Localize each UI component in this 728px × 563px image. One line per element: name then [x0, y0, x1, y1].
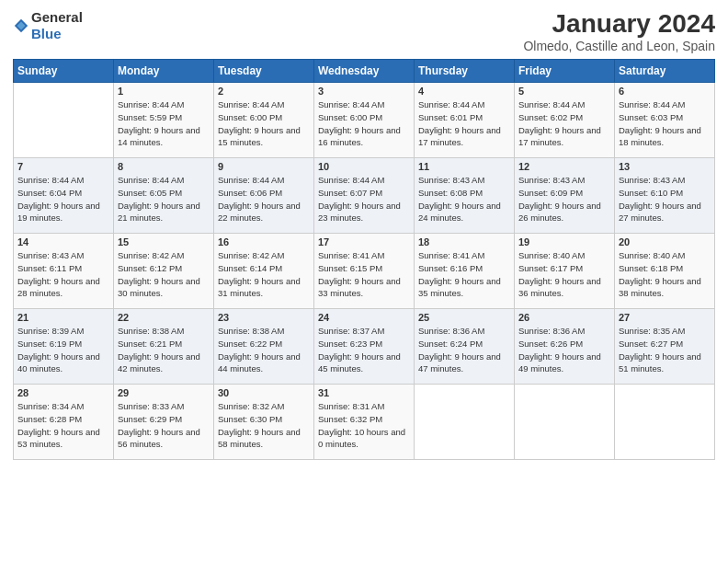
day-number: 25 — [418, 312, 510, 323]
day-info: Sunrise: 8:31 AM Sunset: 6:32 PM Dayligh… — [318, 400, 410, 451]
header-thursday: Thursday — [415, 60, 515, 83]
calendar-cell: 3 Sunrise: 8:44 AM Sunset: 6:00 PM Dayli… — [314, 83, 415, 158]
sunset-text: Sunset: 6:01 PM — [418, 112, 483, 122]
sunset-text: Sunset: 6:29 PM — [118, 414, 182, 424]
day-info: Sunrise: 8:40 AM Sunset: 6:17 PM Dayligh… — [518, 249, 610, 300]
daylight-text: Daylight: 9 hours and 17 minutes. — [518, 125, 601, 148]
calendar-cell: 7 Sunrise: 8:44 AM Sunset: 6:04 PM Dayli… — [14, 158, 114, 234]
calendar-cell: 16 Sunrise: 8:42 AM Sunset: 6:14 PM Dayl… — [214, 234, 314, 309]
sunrise-text: Sunrise: 8:43 AM — [518, 175, 585, 185]
day-number: 30 — [218, 387, 310, 398]
header-wednesday: Wednesday — [314, 60, 415, 83]
sunrise-text: Sunrise: 8:43 AM — [418, 175, 484, 185]
sunset-text: Sunset: 6:02 PM — [518, 112, 583, 122]
day-info: Sunrise: 8:32 AM Sunset: 6:30 PM Dayligh… — [218, 400, 310, 451]
daylight-text: Daylight: 9 hours and 40 minutes. — [17, 351, 100, 374]
calendar-week-2: 14 Sunrise: 8:43 AM Sunset: 6:11 PM Dayl… — [14, 234, 715, 309]
day-info: Sunrise: 8:41 AM Sunset: 6:15 PM Dayligh… — [318, 249, 410, 300]
day-number: 6 — [619, 86, 711, 97]
day-number: 29 — [118, 387, 210, 398]
day-number: 19 — [518, 236, 610, 247]
sunrise-text: Sunrise: 8:44 AM — [218, 99, 284, 109]
day-number: 18 — [418, 236, 510, 247]
calendar-cell — [14, 83, 114, 158]
sunrise-text: Sunrise: 8:44 AM — [118, 175, 184, 185]
day-number: 5 — [518, 86, 610, 97]
daylight-text: Daylight: 9 hours and 49 minutes. — [518, 351, 601, 374]
day-info: Sunrise: 8:33 AM Sunset: 6:29 PM Dayligh… — [118, 400, 210, 451]
sunset-text: Sunset: 6:07 PM — [318, 188, 382, 198]
sunset-text: Sunset: 6:14 PM — [218, 263, 282, 273]
calendar-cell: 10 Sunrise: 8:44 AM Sunset: 6:07 PM Dayl… — [314, 158, 415, 234]
calendar-cell: 30 Sunrise: 8:32 AM Sunset: 6:30 PM Dayl… — [214, 385, 314, 460]
header-tuesday: Tuesday — [214, 60, 314, 83]
sunrise-text: Sunrise: 8:44 AM — [17, 175, 84, 185]
calendar-cell: 19 Sunrise: 8:40 AM Sunset: 6:17 PM Dayl… — [515, 234, 615, 309]
sunrise-text: Sunrise: 8:40 AM — [518, 250, 585, 260]
day-info: Sunrise: 8:43 AM Sunset: 6:11 PM Dayligh… — [17, 249, 109, 300]
day-number: 17 — [318, 236, 410, 247]
daylight-text: Daylight: 9 hours and 18 minutes. — [619, 125, 701, 148]
calendar-cell: 15 Sunrise: 8:42 AM Sunset: 6:12 PM Dayl… — [114, 234, 214, 309]
daylight-text: Daylight: 9 hours and 38 minutes. — [619, 276, 701, 299]
sunset-text: Sunset: 6:06 PM — [218, 188, 282, 198]
daylight-text: Daylight: 9 hours and 44 minutes. — [218, 351, 301, 374]
day-info: Sunrise: 8:44 AM Sunset: 6:05 PM Dayligh… — [118, 174, 210, 224]
sunset-text: Sunset: 6:05 PM — [118, 188, 182, 198]
daylight-text: Daylight: 9 hours and 27 minutes. — [619, 201, 701, 224]
day-number: 23 — [218, 312, 310, 323]
calendar-cell: 5 Sunrise: 8:44 AM Sunset: 6:02 PM Dayli… — [515, 83, 615, 158]
sunset-text: Sunset: 6:30 PM — [218, 414, 282, 424]
sunset-text: Sunset: 6:03 PM — [619, 112, 683, 122]
calendar-cell: 4 Sunrise: 8:44 AM Sunset: 6:01 PM Dayli… — [415, 83, 515, 158]
calendar-cell: 27 Sunrise: 8:35 AM Sunset: 6:27 PM Dayl… — [615, 309, 715, 385]
day-number: 9 — [218, 161, 310, 172]
calendar-cell — [515, 385, 615, 460]
sunset-text: Sunset: 6:24 PM — [418, 339, 483, 349]
sunset-text: Sunset: 6:09 PM — [518, 188, 583, 198]
day-info: Sunrise: 8:40 AM Sunset: 6:18 PM Dayligh… — [619, 249, 711, 300]
calendar-cell: 28 Sunrise: 8:34 AM Sunset: 6:28 PM Dayl… — [14, 385, 114, 460]
sunset-text: Sunset: 6:27 PM — [619, 339, 683, 349]
sunrise-text: Sunrise: 8:41 AM — [318, 250, 384, 260]
header: General Blue January 2024 Olmedo, Castil… — [13, 9, 715, 53]
sunset-text: Sunset: 6:12 PM — [118, 263, 182, 273]
sunrise-text: Sunrise: 8:36 AM — [418, 326, 484, 336]
calendar-cell: 20 Sunrise: 8:40 AM Sunset: 6:18 PM Dayl… — [615, 234, 715, 309]
calendar-cell: 13 Sunrise: 8:43 AM Sunset: 6:10 PM Dayl… — [615, 158, 715, 234]
logo-icon — [13, 17, 29, 34]
header-monday: Monday — [114, 60, 214, 83]
day-info: Sunrise: 8:44 AM Sunset: 6:04 PM Dayligh… — [17, 174, 109, 224]
daylight-text: Daylight: 9 hours and 42 minutes. — [118, 351, 200, 374]
day-number: 22 — [118, 312, 210, 323]
sunset-text: Sunset: 6:16 PM — [418, 263, 483, 273]
calendar-cell: 24 Sunrise: 8:37 AM Sunset: 6:23 PM Dayl… — [314, 309, 415, 385]
calendar-body: 1 Sunrise: 8:44 AM Sunset: 5:59 PM Dayli… — [14, 83, 715, 460]
day-info: Sunrise: 8:36 AM Sunset: 6:26 PM Dayligh… — [518, 325, 610, 375]
day-info: Sunrise: 8:34 AM Sunset: 6:28 PM Dayligh… — [17, 400, 109, 451]
sunrise-text: Sunrise: 8:44 AM — [418, 99, 484, 109]
daylight-text: Daylight: 9 hours and 53 minutes. — [17, 427, 100, 450]
day-number: 16 — [218, 236, 310, 247]
calendar-week-1: 7 Sunrise: 8:44 AM Sunset: 6:04 PM Dayli… — [14, 158, 715, 234]
sunset-text: Sunset: 6:11 PM — [17, 263, 82, 273]
sunrise-text: Sunrise: 8:31 AM — [318, 401, 384, 411]
daylight-text: Daylight: 9 hours and 30 minutes. — [118, 276, 200, 299]
calendar-cell: 2 Sunrise: 8:44 AM Sunset: 6:00 PM Dayli… — [214, 83, 314, 158]
calendar-cell: 29 Sunrise: 8:33 AM Sunset: 6:29 PM Dayl… — [114, 385, 214, 460]
sunset-text: Sunset: 6:00 PM — [218, 112, 282, 122]
calendar-cell: 14 Sunrise: 8:43 AM Sunset: 6:11 PM Dayl… — [14, 234, 114, 309]
calendar-cell: 23 Sunrise: 8:38 AM Sunset: 6:22 PM Dayl… — [214, 309, 314, 385]
calendar-cell: 17 Sunrise: 8:41 AM Sunset: 6:15 PM Dayl… — [314, 234, 415, 309]
day-info: Sunrise: 8:43 AM Sunset: 6:09 PM Dayligh… — [518, 174, 610, 224]
header-friday: Friday — [515, 60, 615, 83]
daylight-text: Daylight: 9 hours and 17 minutes. — [418, 125, 501, 148]
daylight-text: Daylight: 9 hours and 14 minutes. — [118, 125, 200, 148]
sunset-text: Sunset: 6:18 PM — [619, 263, 683, 273]
sunset-text: Sunset: 6:17 PM — [518, 263, 583, 273]
sunset-text: Sunset: 6:32 PM — [318, 414, 382, 424]
day-info: Sunrise: 8:44 AM Sunset: 6:02 PM Dayligh… — [518, 98, 610, 149]
day-info: Sunrise: 8:35 AM Sunset: 6:27 PM Dayligh… — [619, 325, 711, 375]
calendar-cell: 1 Sunrise: 8:44 AM Sunset: 5:59 PM Dayli… — [114, 83, 214, 158]
daylight-text: Daylight: 9 hours and 35 minutes. — [418, 276, 501, 299]
